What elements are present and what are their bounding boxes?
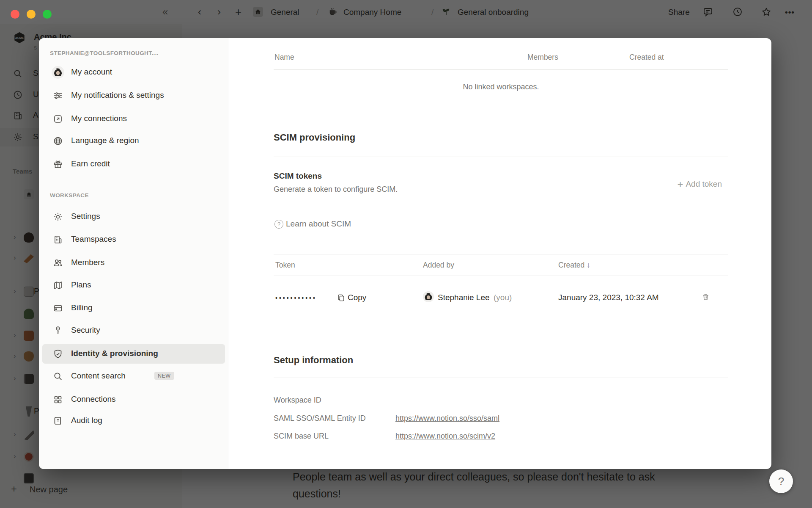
gift-icon bbox=[53, 159, 63, 169]
copy-icon bbox=[337, 294, 345, 302]
account-email-header: STEPHANIE@TOOLSFORTHOUGHT.... bbox=[50, 50, 159, 56]
workspace-section-header: WORKSPACE bbox=[50, 192, 89, 199]
saml-entity-id-link[interactable]: https://www.notion.so/sso/saml bbox=[395, 414, 499, 423]
sidebar-item-language-region[interactable]: Language & region bbox=[42, 131, 225, 151]
shield-check-icon bbox=[53, 349, 63, 359]
empty-state-text: No linked workspaces. bbox=[274, 83, 728, 91]
created-date: January 23, 2023, 10:32 AM bbox=[558, 293, 659, 302]
building-icon bbox=[53, 235, 63, 245]
sidebar-item-plans[interactable]: Plans bbox=[42, 276, 225, 295]
sidebar-item-content-search[interactable]: Content search NEW bbox=[42, 367, 225, 386]
workspace-id-label: Workspace ID bbox=[274, 396, 321, 405]
added-by-name: Stephanie Lee bbox=[438, 293, 490, 302]
sliders-icon bbox=[53, 91, 63, 101]
sidebar-item-settings[interactable]: Settings bbox=[42, 207, 225, 226]
help-button[interactable]: ? bbox=[769, 469, 793, 493]
column-header-added-by: Added by bbox=[423, 261, 454, 270]
table-border bbox=[274, 69, 728, 70]
new-badge: NEW bbox=[154, 372, 174, 380]
arrow-box-icon bbox=[53, 114, 63, 124]
map-icon bbox=[53, 280, 63, 290]
section-divider bbox=[274, 378, 728, 378]
audit-doc-icon bbox=[53, 416, 63, 426]
settings-content: Name Members Created at No linked worksp… bbox=[274, 38, 728, 469]
column-header-name: Name bbox=[274, 53, 294, 62]
gear-icon bbox=[53, 212, 63, 222]
user-avatar bbox=[423, 291, 434, 302]
table-border bbox=[274, 46, 728, 46]
globe-icon bbox=[53, 136, 63, 146]
settings-sidebar: STEPHANIE@TOOLSFORTHOUGHT.... My account… bbox=[39, 38, 228, 469]
key-icon bbox=[53, 326, 63, 336]
plus-icon: + bbox=[677, 180, 683, 188]
sidebar-item-connections[interactable]: Connections bbox=[42, 390, 225, 409]
scim-base-url-label: SCIM base URL bbox=[274, 432, 329, 441]
sidebar-item-security[interactable]: Security bbox=[42, 321, 225, 340]
column-header-token: Token bbox=[275, 261, 295, 270]
delete-token-button[interactable] bbox=[702, 293, 710, 303]
masked-token: ••••••••••• bbox=[275, 295, 317, 301]
minimize-window-button[interactable] bbox=[27, 10, 36, 19]
copy-token-button[interactable]: Copy bbox=[337, 293, 366, 302]
saml-entity-id-label: SAML SSO/SAML Entity ID bbox=[274, 414, 366, 423]
trash-icon bbox=[702, 293, 710, 301]
scim-provisioning-heading: SCIM provisioning bbox=[274, 132, 355, 143]
question-circle-icon: ? bbox=[274, 220, 283, 229]
members-icon bbox=[53, 258, 63, 268]
section-divider bbox=[274, 157, 728, 157]
sidebar-item-audit-log[interactable]: Audit log bbox=[42, 411, 225, 431]
added-by-you-suffix: (you) bbox=[494, 293, 512, 302]
sidebar-item-billing[interactable]: Billing bbox=[42, 298, 225, 318]
scim-base-url-link[interactable]: https://www.notion.so/scim/v2 bbox=[395, 432, 495, 441]
grid-icon bbox=[53, 395, 63, 405]
sidebar-item-notifications[interactable]: My notifications & settings bbox=[42, 86, 225, 105]
setup-information-heading: Setup information bbox=[274, 355, 353, 366]
app-window: ACME Acme Inc s S U A S Teams bbox=[0, 0, 812, 508]
column-header-created-at: Created at bbox=[629, 53, 664, 62]
user-avatar bbox=[52, 66, 64, 78]
sidebar-item-identity-provisioning[interactable]: Identity & provisioning bbox=[42, 344, 225, 364]
zoom-window-button[interactable] bbox=[43, 10, 52, 19]
scim-tokens-description: Generate a token to configure SCIM. bbox=[274, 185, 398, 194]
table-border bbox=[274, 276, 728, 276]
credit-card-icon bbox=[53, 303, 63, 313]
sidebar-item-my-account[interactable]: My account bbox=[42, 63, 225, 82]
scim-tokens-title: SCIM tokens bbox=[274, 171, 322, 181]
close-window-button[interactable] bbox=[11, 10, 19, 19]
sidebar-item-earn-credit[interactable]: Earn credit bbox=[42, 155, 225, 174]
learn-about-scim-link[interactable]: ? Learn about SCIM bbox=[274, 219, 351, 229]
table-border bbox=[274, 254, 728, 254]
sidebar-item-teamspaces[interactable]: Teamspaces bbox=[42, 230, 225, 249]
column-header-members: Members bbox=[527, 53, 558, 62]
add-token-button[interactable]: + Add token bbox=[677, 179, 722, 189]
settings-modal: STEPHANIE@TOOLSFORTHOUGHT.... My account… bbox=[39, 38, 771, 469]
sidebar-item-members[interactable]: Members bbox=[42, 253, 225, 273]
column-header-created[interactable]: Created ↓ bbox=[558, 261, 590, 270]
search-icon bbox=[53, 371, 63, 381]
sidebar-item-my-connections[interactable]: My connections bbox=[42, 109, 225, 129]
